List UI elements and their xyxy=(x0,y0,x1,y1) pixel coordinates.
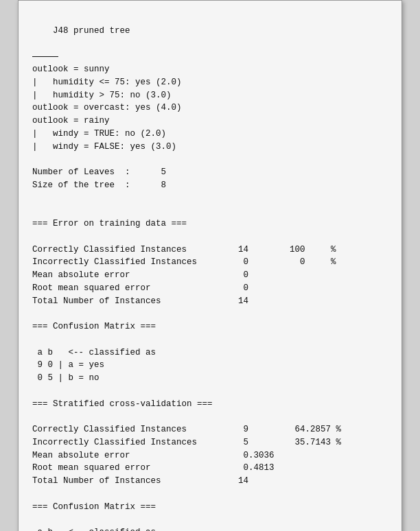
main-window: J48 pruned tree outlook = sunny | humidi… xyxy=(18,0,402,531)
tree-title: J48 pruned tree xyxy=(53,26,130,36)
title-underline xyxy=(32,56,58,57)
output-content: J48 pruned tree outlook = sunny | humidi… xyxy=(32,12,388,531)
output-body: outlook = sunny | humidity <= 75: yes (2… xyxy=(32,64,341,531)
